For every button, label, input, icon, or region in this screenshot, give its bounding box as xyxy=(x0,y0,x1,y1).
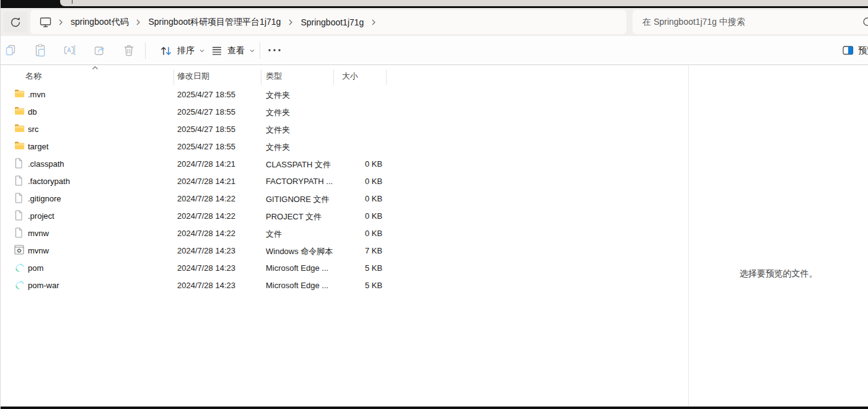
preview-label: 预览 xyxy=(858,45,868,56)
file-type: FACTORYPATH ... xyxy=(266,177,333,186)
file-row[interactable]: .gitignore 2024/7/28 14:22 GITIGNORE 文件 … xyxy=(1,190,688,207)
share-button[interactable] xyxy=(87,39,112,61)
file-date: 2025/4/27 18:55 xyxy=(177,90,235,99)
refresh-button[interactable] xyxy=(4,12,27,32)
tab-caret-mark xyxy=(72,0,72,4)
copy-button[interactable] xyxy=(0,39,23,61)
column-resize-handle[interactable] xyxy=(386,69,387,85)
paste-button[interactable] xyxy=(28,39,53,61)
breadcrumb-chevron-icon xyxy=(366,19,381,26)
file-date: 2024/7/28 14:23 xyxy=(177,263,235,273)
edge-html-icon xyxy=(14,262,25,273)
delete-button[interactable] xyxy=(116,39,141,61)
file-name: .mvn xyxy=(28,90,45,99)
blank-file-icon xyxy=(14,193,23,203)
file-name: mvnw xyxy=(28,229,49,238)
file-size: 0 KB xyxy=(365,229,382,238)
file-name: pom-war xyxy=(28,281,59,290)
folder-icon xyxy=(14,123,25,133)
file-row[interactable]: mvnw 2024/7/28 14:23 Windows 命令脚本 7 KB xyxy=(1,242,688,259)
column-header-type[interactable]: 类型 xyxy=(266,71,282,82)
file-date: 2024/7/28 14:21 xyxy=(177,177,235,186)
rename-icon xyxy=(63,43,77,57)
blank-file-icon xyxy=(14,210,23,221)
column-resize-handle[interactable] xyxy=(261,69,261,85)
file-type: 文件夹 xyxy=(266,125,290,136)
view-label: 查看 xyxy=(227,45,245,56)
preview-pane-icon xyxy=(843,46,854,55)
file-size: 0 KB xyxy=(365,159,382,169)
more-options-button[interactable] xyxy=(262,39,287,61)
column-header-name[interactable]: 名称 xyxy=(25,71,42,82)
copy-icon xyxy=(4,43,17,57)
column-header-size[interactable]: 大小 xyxy=(342,71,358,82)
file-date: 2024/7/28 14:23 xyxy=(177,281,235,290)
file-date: 2024/7/28 14:21 xyxy=(177,159,235,169)
search-icon[interactable] xyxy=(862,16,868,29)
file-row[interactable]: .factorypath 2024/7/28 14:21 FACTORYPATH… xyxy=(1,172,688,190)
file-name: target xyxy=(28,142,48,151)
file-date: 2025/4/27 18:55 xyxy=(177,125,235,134)
this-pc-icon[interactable] xyxy=(38,16,53,28)
file-date: 2024/7/28 14:22 xyxy=(177,211,235,221)
file-row[interactable]: .project 2024/7/28 14:22 PROJECT 文件 0 KB xyxy=(1,207,688,224)
search-input[interactable]: 在 Springboot1j71g 中搜索 xyxy=(633,10,868,34)
file-type: PROJECT 文件 xyxy=(266,211,322,222)
preview-empty-text: 选择要预览的文件。 xyxy=(689,268,868,279)
breadcrumb-bar[interactable]: springboot代码 Springboot科研项目管理平台1j71g Spr… xyxy=(30,10,626,34)
window-tab-strip xyxy=(1,0,868,8)
breadcrumb-chevron-icon xyxy=(283,19,298,26)
file-explorer-window: springboot代码 Springboot科研项目管理平台1j71g Spr… xyxy=(0,0,868,409)
column-header-date[interactable]: 修改日期 xyxy=(177,71,209,82)
edge-html-icon xyxy=(14,279,25,290)
breadcrumb-item[interactable]: springboot代码 xyxy=(68,17,131,28)
file-size: 0 KB xyxy=(365,211,382,221)
command-toolbar: 排序 查看 预览 xyxy=(1,36,868,65)
address-bar: springboot代码 Springboot科研项目管理平台1j71g Spr… xyxy=(1,8,868,36)
column-resize-handle[interactable] xyxy=(173,69,174,85)
file-type: CLASSPATH 文件 xyxy=(266,159,331,170)
more-ellipsis-icon xyxy=(268,48,281,52)
file-name: .classpath xyxy=(28,159,64,169)
file-list-pane: 名称 修改日期 类型 大小 xyxy=(1,65,688,407)
file-size: 5 KB xyxy=(365,281,382,290)
file-row[interactable]: pom-war 2024/7/28 14:23 Microsoft Edge .… xyxy=(1,276,688,294)
breadcrumb-item-current[interactable]: Springboot1j71g xyxy=(298,17,366,27)
file-size: 0 KB xyxy=(365,177,382,186)
file-type: 文件 xyxy=(266,229,282,240)
file-row[interactable]: target 2025/4/27 18:55 文件夹 xyxy=(1,138,688,155)
file-name: .gitignore xyxy=(28,194,61,203)
file-list: .mvn 2025/4/27 18:55 文件夹 xyxy=(1,86,688,294)
file-size: 0 KB xyxy=(365,194,382,203)
file-date: 2024/7/28 14:22 xyxy=(177,194,235,203)
search-placeholder: 在 Springboot1j71g 中搜索 xyxy=(642,17,745,28)
view-list-icon xyxy=(211,45,223,56)
explorer-tab[interactable] xyxy=(60,0,868,6)
column-resize-handle[interactable] xyxy=(333,69,334,85)
blank-file-icon xyxy=(14,175,23,186)
file-row[interactable]: pom 2024/7/28 14:23 Microsoft Edge ... 5… xyxy=(1,259,688,276)
file-name: .factorypath xyxy=(28,177,70,186)
sort-icon xyxy=(159,45,173,57)
file-name: .project xyxy=(28,211,55,221)
file-type: Microsoft Edge ... xyxy=(266,281,328,290)
file-row[interactable]: .mvn 2025/4/27 18:55 文件夹 xyxy=(1,86,688,103)
file-row[interactable]: db 2025/4/27 18:55 文件夹 xyxy=(1,103,688,120)
file-row[interactable]: mvnw 2024/7/28 14:22 文件 0 KB xyxy=(1,224,688,242)
rename-button[interactable] xyxy=(58,39,82,61)
sort-label: 排序 xyxy=(177,45,195,56)
file-row[interactable]: .classpath 2024/7/28 14:21 CLASSPATH 文件 … xyxy=(1,155,688,172)
blank-file-icon xyxy=(14,158,23,169)
preview-toggle-button[interactable]: 预览 xyxy=(837,40,868,61)
chevron-down-icon xyxy=(249,48,255,54)
toolbar-separator xyxy=(260,42,260,59)
file-row[interactable]: src 2025/4/27 18:55 文件夹 xyxy=(1,120,688,138)
view-button[interactable]: 查看 xyxy=(205,40,261,61)
file-type: 文件夹 xyxy=(266,90,290,101)
sort-button[interactable]: 排序 xyxy=(154,40,211,61)
preview-pane: 选择要预览的文件。 xyxy=(688,65,868,407)
breadcrumb-item[interactable]: Springboot科研项目管理平台1j71g xyxy=(146,17,283,28)
file-name: mvnw xyxy=(28,246,49,255)
file-date: 2025/4/27 18:55 xyxy=(177,142,235,151)
window-bottom-edge xyxy=(1,407,868,409)
